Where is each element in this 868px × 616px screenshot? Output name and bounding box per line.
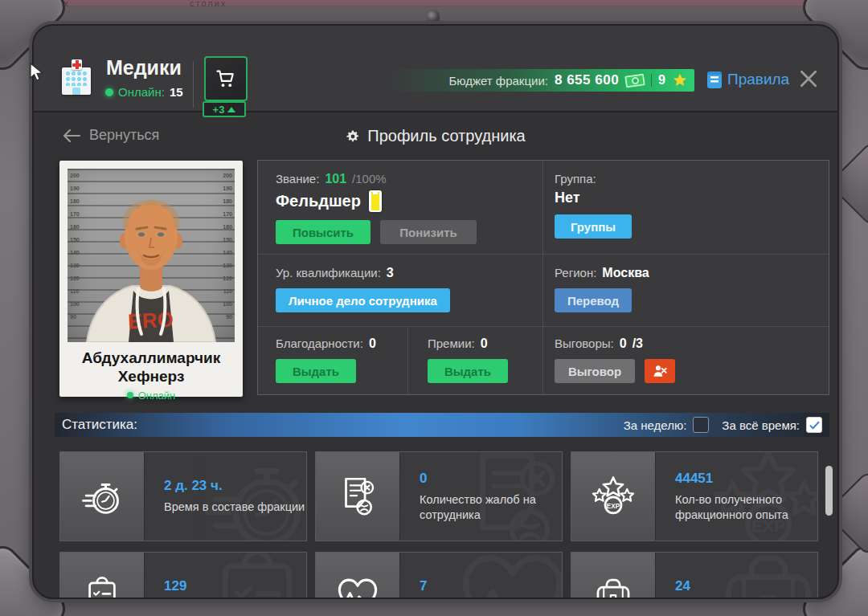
- stat-card-faction-exp: 44451 Кол-во полученного фракционного оп…: [571, 451, 818, 541]
- employee-name: Абдухаллимарчик Хефнерз: [68, 349, 235, 386]
- cart-badge[interactable]: +3: [203, 101, 246, 117]
- employee-photo: 20019018017016015014013012011010090 2001…: [68, 169, 235, 342]
- online-dot-icon: [127, 392, 133, 398]
- rulebook-icon: [707, 71, 722, 88]
- faction-name: Медики: [106, 56, 182, 80]
- stat-card-checklist: 129 Количество: [59, 552, 307, 599]
- demote-button[interactable]: Понизить: [380, 220, 477, 244]
- close-button[interactable]: [796, 66, 821, 92]
- heartbeat-icon: [316, 553, 400, 599]
- scrollbar-thumb[interactable]: [825, 466, 833, 516]
- close-icon: [798, 68, 819, 89]
- check-icon: [809, 419, 821, 431]
- mouse-cursor: [29, 63, 45, 82]
- complaints-document-icon: [316, 452, 400, 541]
- online-dot-icon: [105, 88, 113, 96]
- reprimand-button[interactable]: Выговор: [555, 359, 635, 383]
- stat-cards-grid: 2 д. 23 ч. Время в составе фракции 0 Кол…: [59, 451, 818, 599]
- faction-online-status: Онлайн: 15: [105, 85, 183, 99]
- bonus-section: Премии: 0 Выдать: [408, 327, 542, 396]
- reprimand-section: Выговоры: 0 /3 Выговор: [543, 327, 829, 396]
- header-divider: [34, 111, 837, 112]
- week-filter-checkbox[interactable]: [693, 417, 709, 433]
- rules-button[interactable]: Правила: [707, 71, 789, 88]
- group-section: Группа: Нет Группы: [543, 161, 829, 254]
- stat-card-complaints: 0 Количество жалоб на сотрудника: [315, 451, 563, 541]
- height-chart-marks: 20019018017016015014013012011010090: [223, 173, 232, 320]
- group-value: Нет: [555, 190, 580, 206]
- faction-budget-bar: Бюджет фракции: 8 655 600 9: [387, 69, 694, 92]
- app-screen: Медики Онлайн: 15 +3 Бюджет фракции: 8 6…: [32, 24, 839, 599]
- height-chart-marks: 20019018017016015014013012011010090: [70, 173, 80, 320]
- gear-icon: [346, 129, 360, 144]
- give-thanks-button[interactable]: Выдать: [276, 359, 356, 383]
- stat-card-heartbeat: 7 Количество: [315, 552, 563, 599]
- person-x-icon: [652, 363, 668, 379]
- employee-card: 20019018017016015014013012011010090 2001…: [59, 161, 243, 397]
- faction-shop-button[interactable]: [204, 56, 248, 101]
- stopwatch-watermark-icon: [197, 452, 306, 541]
- star-icon: [672, 72, 688, 88]
- qualification-section: Ур. квалификации: 3 Личное дело сотрудни…: [258, 255, 542, 326]
- employee-portrait: ERO: [68, 169, 235, 342]
- personal-file-button[interactable]: Личное дело сотрудника: [276, 288, 450, 312]
- alltime-filter-checkbox[interactable]: [806, 417, 822, 433]
- promote-button[interactable]: Повысить: [276, 220, 371, 244]
- tablet-camera-dot: [426, 10, 440, 24]
- up-triangle-icon: [227, 107, 235, 112]
- stat-card-medkit: 24 Количество: [571, 552, 818, 599]
- game-tablet: а х столих Медики Онлайн: 15 +3 Бюджет ф…: [0, 0, 868, 616]
- hospital-icon: [60, 59, 92, 96]
- background-world-text: столих: [190, 0, 227, 8]
- give-bonus-button[interactable]: Выдать: [428, 359, 508, 383]
- employee-profile-panel: Звание: 101 /100% Фельдшер Повысить Пони…: [257, 160, 829, 395]
- cart-icon: [215, 67, 237, 90]
- checklist-clipboard-icon: [60, 553, 145, 599]
- stopwatch-icon: [60, 452, 145, 541]
- rank-title: Фельдшер: [276, 192, 361, 210]
- region-section: Регион: Москва Перевод: [543, 255, 829, 326]
- statistics-bar: Статистика: За неделю: За всё время:: [55, 413, 829, 437]
- medkit-icon: [571, 553, 656, 599]
- statistics-title: Статистика:: [62, 417, 137, 433]
- employee-online-status: Онлайн: [68, 390, 235, 402]
- money-icon: [625, 75, 645, 87]
- rank-section: Звание: 101 /100% Фельдшер Повысить Пони…: [258, 161, 542, 254]
- transfer-button[interactable]: Перевод: [555, 288, 632, 312]
- thanks-section: Благодарности: 0 Выдать: [258, 327, 407, 396]
- header-separator: [193, 61, 194, 108]
- budget-separator: [651, 74, 652, 87]
- groups-button[interactable]: Группы: [555, 214, 632, 239]
- svg-text:ERO: ERO: [128, 308, 174, 334]
- page-title: Профиль сотрудника: [34, 127, 837, 145]
- fire-employee-button[interactable]: [645, 359, 675, 383]
- rank-insignia-icon: [369, 190, 382, 212]
- exp-stars-icon: [571, 452, 656, 541]
- stat-card-time-in-faction: 2 д. 23 ч. Время в составе фракции: [59, 451, 307, 541]
